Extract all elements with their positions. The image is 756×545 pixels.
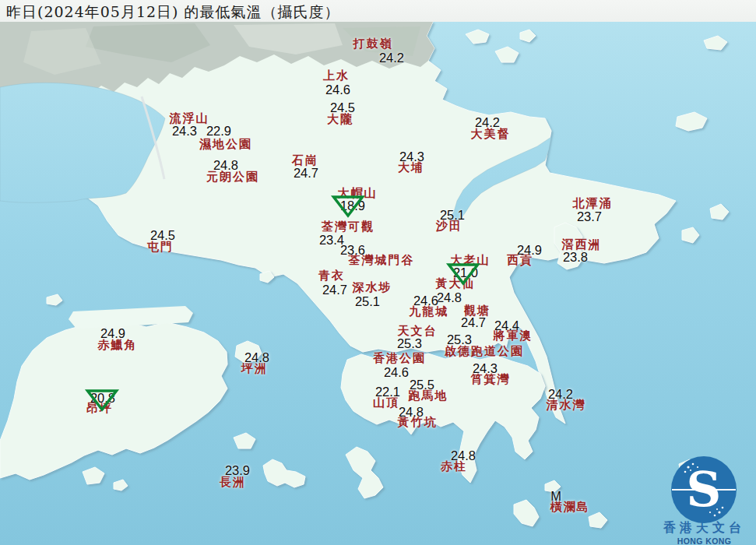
- station-value: 25.1: [355, 294, 380, 309]
- station-value: 24.3: [473, 361, 498, 376]
- station-name: 打鼓嶺: [353, 37, 393, 51]
- station-value: 24.2: [379, 51, 404, 65]
- station-value: 24.2: [475, 115, 500, 130]
- station-name: 青衣: [318, 269, 345, 283]
- station-value: 25.3: [447, 332, 472, 347]
- station-value: 20.8: [90, 391, 115, 406]
- station-value: 24.8: [451, 448, 476, 463]
- station-value: M: [550, 489, 561, 504]
- station-value: 24.5: [150, 228, 175, 243]
- station-value: 24.8: [244, 350, 269, 365]
- station-value: 23.6: [340, 243, 365, 258]
- station-value: 25.3: [397, 336, 422, 351]
- station-value: 24.7: [294, 166, 318, 181]
- station-value: 25.5: [410, 378, 434, 392]
- station-value: 25.1: [440, 208, 465, 223]
- station-name: 深水埗: [353, 280, 392, 295]
- station-value: 24.7: [322, 283, 347, 297]
- station-value: 18.9: [340, 199, 365, 213]
- station-value: 24.7: [461, 315, 486, 330]
- station-value: 24.8: [213, 158, 238, 173]
- station-name: 黃大仙: [436, 276, 476, 291]
- station-value: 24.6: [413, 294, 438, 308]
- hko-logo: S 香港天文台 HONG KONG OBSERVATORY: [652, 441, 756, 545]
- station-layer: 打鼓嶺24.2上水24.6大隴24.5大美督24.2流浮山24.3濕地公園22.…: [0, 0, 756, 545]
- station-name: 濕地公園: [199, 137, 252, 152]
- observatory-emblem-icon: S: [665, 455, 743, 526]
- hko-min-temp-map: 昨日(2024年05月12日) 的最低氣溫（攝氏度） 打鼓嶺24.2上水24.6…: [0, 0, 756, 545]
- logo-name-english: HONG KONG OBSERVATORY: [652, 536, 756, 545]
- station-value: 24.9: [100, 326, 125, 341]
- station-value: 22.1: [375, 385, 400, 399]
- station-value: 23.8: [563, 250, 588, 265]
- station-value: 23.9: [225, 463, 250, 478]
- station-value: 24.3: [172, 124, 197, 139]
- station-value: 24.2: [548, 387, 573, 402]
- station-value: 24.8: [399, 405, 424, 420]
- station-name: 香港公園: [373, 351, 426, 366]
- svg-text:S: S: [687, 461, 722, 518]
- station-value: 24.9: [517, 243, 542, 258]
- station-value: 24.8: [437, 290, 462, 305]
- station-value: 24.6: [325, 83, 350, 97]
- station-value: 23.7: [577, 209, 602, 224]
- station-value: 24.3: [399, 149, 424, 164]
- station-name: 上水: [323, 69, 350, 83]
- station-value: 24.4: [494, 318, 519, 333]
- station-value: 22.9: [206, 124, 231, 139]
- station-value: 24.6: [384, 365, 409, 380]
- station-value: 24.5: [330, 100, 355, 115]
